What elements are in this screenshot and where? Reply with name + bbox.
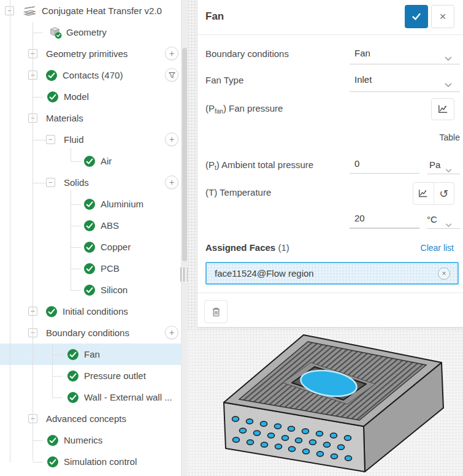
tree-item[interactable]: Silicon	[0, 279, 181, 301]
tree-item[interactable]: − Solids +	[0, 172, 181, 193]
assigned-face-item[interactable]: face11524@Flow region ×	[205, 262, 459, 285]
add-button[interactable]: +	[165, 326, 178, 339]
temperature-table-button[interactable]	[413, 183, 434, 204]
fan-type-select[interactable]: Inlet	[354, 74, 372, 85]
tree-item[interactable]: Air	[0, 150, 181, 172]
panel-title: Fan	[205, 10, 224, 23]
tree-toggle[interactable]: −	[46, 135, 55, 144]
check-icon	[84, 199, 95, 210]
tree-item[interactable]: Aluminium	[0, 193, 181, 215]
tree-item[interactable]: − Fluid +	[0, 129, 181, 150]
simulation-tree: − Conjugate Heat Transfer v2.0	[0, 0, 182, 476]
add-button[interactable]: +	[165, 175, 178, 189]
assigned-face-name: face11524@Flow region	[215, 268, 438, 278]
tree-item[interactable]: PCB	[0, 258, 181, 279]
panel-resize-handle[interactable]	[180, 267, 188, 282]
ambient-pressure-input[interactable]	[350, 158, 419, 174]
check-icon	[47, 456, 58, 467]
filter-button[interactable]	[165, 68, 178, 82]
footer-divider	[197, 293, 463, 293]
value-underline	[350, 228, 419, 229]
select-underline	[350, 91, 460, 92]
tree-item[interactable]: + Contacts (470)	[0, 64, 181, 86]
tree-item[interactable]: Numerics	[0, 429, 181, 451]
unit-underline	[427, 174, 460, 174]
chevron-down-icon[interactable]	[445, 52, 452, 63]
tree-item[interactable]: ABS	[0, 215, 181, 236]
tree-guide-line	[53, 355, 63, 355]
tree-item[interactable]: Copper	[0, 236, 181, 258]
tree-guide-line	[52, 344, 53, 398]
line-chart-icon	[418, 188, 429, 199]
confirm-button[interactable]	[405, 5, 428, 28]
app-root: { "tree": { "items": [ {"label":"Conjuga…	[0, 0, 463, 476]
tree-item-label: Fan	[84, 349, 100, 359]
heatsink-model	[188, 330, 463, 476]
check-icon	[47, 91, 58, 102]
tree-item[interactable]: + Geometry primitives +	[0, 43, 181, 64]
tree-item-label: Numerics	[64, 435, 102, 445]
add-button[interactable]: +	[165, 47, 178, 60]
tree-item[interactable]: + Advanced concepts	[0, 408, 181, 429]
check-icon	[84, 285, 95, 296]
viewport-3d[interactable]	[188, 330, 463, 476]
trash-icon	[210, 306, 222, 318]
ambient-pressure-label: (Pt) Ambient total pressure	[205, 159, 313, 170]
tree-guide-line	[71, 269, 81, 269]
check-icon	[84, 156, 95, 167]
delete-button[interactable]	[204, 300, 228, 323]
check-icon	[84, 242, 95, 253]
temperature-unit[interactable]: °C	[427, 214, 437, 225]
boundary-conditions-label: Boundary conditions	[205, 48, 289, 59]
check-icon	[67, 370, 78, 382]
line-chart-icon	[437, 104, 449, 115]
fan-pressure-table-button[interactable]	[431, 98, 454, 120]
tree-item[interactable]: + Initial conditions	[0, 301, 181, 322]
check-icon	[411, 11, 422, 22]
boundary-conditions-select[interactable]: Fan	[354, 48, 370, 58]
tree-item[interactable]: Pressure outlet	[0, 365, 181, 386]
tree-scrollbar-thumb[interactable]	[182, 48, 187, 261]
check-icon	[46, 70, 57, 81]
tree-item-label: Contacts (470)	[63, 70, 123, 80]
add-button[interactable]: +	[165, 132, 178, 146]
tree-item[interactable]: Model	[0, 86, 181, 107]
header-divider	[197, 34, 463, 35]
tree-item[interactable]: Fan	[0, 344, 181, 365]
temperature-reset-button[interactable]: ↺	[434, 183, 454, 204]
remove-face-button[interactable]: ×	[438, 267, 450, 280]
tree-item[interactable]: Wall - External wall ...	[0, 386, 181, 408]
tree-toggle[interactable]: −	[46, 178, 55, 187]
tree-item[interactable]: − Conjugate Heat Transfer v2.0	[0, 0, 181, 21]
tree-item-label: ABS	[101, 220, 119, 231]
tree-item-label: Geometry	[66, 27, 107, 37]
temperature-input[interactable]	[350, 213, 419, 228]
tree-item-label: Wall - External wall ...	[84, 392, 172, 402]
tree-item-label: Fluid	[64, 134, 84, 145]
tree-item-label: Initial conditions	[63, 306, 128, 317]
tree-guide-line	[71, 290, 81, 291]
tree-guide-line	[53, 397, 63, 398]
fan-type-label: Fan Type	[205, 75, 243, 85]
tree-guide-line	[33, 97, 43, 98]
tree-item[interactable]: − Boundary conditions +	[0, 322, 181, 344]
tree-guide-line	[71, 148, 71, 162]
check-icon	[84, 263, 95, 274]
chevron-down-icon[interactable]	[445, 79, 452, 90]
tree-item-label: Geometry primitives	[46, 48, 128, 59]
close-button[interactable]: ×	[431, 5, 454, 28]
tree-item[interactable]: Geometry	[0, 21, 181, 43]
tree-item-label: Aluminium	[101, 199, 143, 209]
tree-guide-line	[33, 462, 43, 463]
ambient-pressure-unit[interactable]: Pa	[429, 159, 440, 170]
tree-item-label: PCB	[101, 263, 120, 274]
tree-item-label: Boundary conditions	[46, 328, 129, 338]
clear-list-link[interactable]: Clear list	[421, 243, 454, 253]
tree-item[interactable]: Simulation control	[0, 451, 181, 472]
tree-item[interactable]: − Materials	[0, 107, 181, 129]
tree-guide-line	[71, 247, 81, 248]
tree-guide-line	[53, 376, 63, 377]
geometry-icon	[47, 25, 63, 39]
tree-item-label: Copper	[101, 242, 131, 252]
simulation-icon	[23, 5, 37, 17]
